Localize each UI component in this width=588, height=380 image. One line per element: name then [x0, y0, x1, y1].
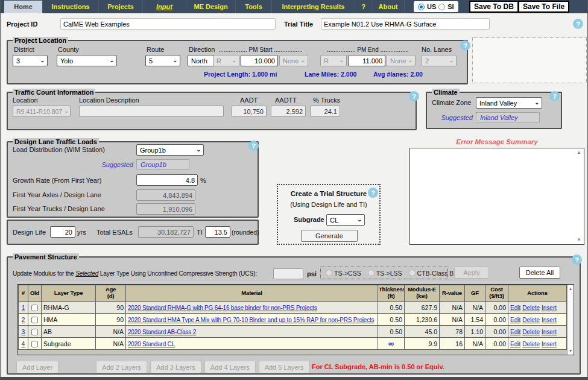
layer-number-link[interactable]: 3	[22, 328, 25, 335]
wim-label: Load Distribution (WIM Station)	[13, 146, 105, 153]
chevron-down-icon: ⌄	[109, 58, 114, 63]
insert-link[interactable]: Insert	[542, 341, 557, 347]
material-link[interactable]: 2020 Standard HMA Type A Mix with PG 70-…	[128, 317, 374, 323]
design-life-input[interactable]	[50, 226, 75, 238]
delete-link[interactable]: Delete	[522, 329, 540, 335]
pavement-help-icon[interactable]: ?	[572, 255, 582, 265]
scroll-up-icon[interactable]: ▲	[569, 287, 573, 291]
delete-link[interactable]: Delete	[522, 305, 540, 311]
error-summary-box[interactable]: ▲ ▼	[409, 148, 584, 245]
material-cell: 2020 Standard AB-Class 2	[126, 326, 378, 338]
thickness-cell: 0.50	[378, 326, 405, 338]
trial-structure-title: Create a Trial Structure	[278, 190, 379, 197]
subgrade-select[interactable]: CL⌄	[326, 214, 365, 226]
tab-interpreting-results[interactable]: Interpreting Results	[272, 0, 355, 13]
radio-ctb-class-b[interactable]	[409, 270, 416, 276]
delete-link[interactable]: Delete	[522, 341, 540, 347]
generate-button[interactable]: Generate	[301, 230, 358, 242]
aadt-input	[232, 106, 267, 117]
route-select[interactable]: 5⌄	[145, 55, 180, 66]
old-cell	[28, 314, 42, 326]
climate-zone-select[interactable]: Inland Valley⌄	[476, 97, 542, 109]
scroll-down-icon[interactable]: ▼	[569, 349, 573, 353]
delete-link[interactable]: Delete	[522, 317, 540, 323]
scroll-up-icon[interactable]: ▲	[577, 150, 581, 155]
insert-link[interactable]: Insert	[542, 329, 557, 335]
thickness-cell: 0.50	[378, 302, 405, 314]
age-cell: N/A	[96, 338, 126, 350]
old-checkbox[interactable]	[31, 317, 38, 323]
county-select[interactable]: Yolo⌄	[57, 55, 117, 66]
wim-suggested-label: Suggested	[68, 161, 133, 168]
location-description-input[interactable]	[79, 106, 224, 117]
tab-about[interactable]: About	[372, 0, 405, 13]
window-bottom-border	[1, 377, 587, 380]
tab-me-design[interactable]: ME Design	[186, 0, 236, 13]
climate-help-icon[interactable]: ?	[549, 91, 560, 101]
modulus-cell: 9.9	[405, 338, 440, 350]
chevron-down-icon: ⌄	[408, 58, 413, 63]
layer-number-link[interactable]: 1	[22, 304, 25, 311]
traffic-count-help-icon[interactable]: ?	[409, 91, 419, 101]
us-radio[interactable]	[418, 4, 425, 10]
thickness-cell: 0.50	[378, 314, 405, 326]
wim-select[interactable]: Group1b⌄	[136, 144, 204, 156]
tab-input[interactable]: Input	[143, 0, 186, 13]
si-radio[interactable]	[438, 4, 445, 10]
layer-number-link[interactable]: 2	[22, 316, 25, 323]
tab-tools[interactable]: Tools	[236, 0, 272, 13]
delete-all-button[interactable]: Delete All	[519, 267, 560, 279]
project-id-input[interactable]	[60, 18, 276, 30]
design-loads-help-icon[interactable]: ?	[248, 141, 259, 151]
layer-number-link[interactable]: 4	[22, 340, 25, 347]
radio-ts-css[interactable]	[326, 270, 332, 276]
thickness-cell: ∞	[378, 338, 405, 350]
tab-home[interactable]: Home	[4, 1, 43, 13]
district-select[interactable]: 3⌄	[13, 55, 48, 66]
insert-link[interactable]: Insert	[542, 317, 557, 323]
ucs-input[interactable]	[273, 268, 303, 279]
page-help-icon[interactable]: ?	[573, 19, 583, 29]
lane-miles-stat: Lane Miles: 2.000	[305, 71, 356, 78]
district-label: District	[14, 46, 34, 53]
edit-link[interactable]: Edit	[510, 317, 520, 323]
tab-help[interactable]: ?	[355, 0, 372, 13]
pm-start-input[interactable]	[241, 55, 278, 66]
trial-title-input[interactable]	[321, 18, 490, 30]
subgrade-label: Subgrade	[294, 216, 324, 223]
save-to-db-button[interactable]: Save To DB	[469, 1, 519, 13]
project-location-help-icon[interactable]: ?	[460, 40, 470, 51]
tab-projects[interactable]: Projects	[99, 0, 143, 13]
age-cell: 90	[96, 314, 126, 326]
old-checkbox[interactable]	[31, 341, 38, 347]
layer-table-container: #OldLayer TypeAge(d)MaterialThickness(ft…	[17, 284, 574, 355]
edit-link[interactable]: Edit	[510, 305, 520, 311]
column-header-age: Age(d)	[96, 285, 126, 302]
material-link[interactable]: 2020 Standard CL	[128, 341, 175, 347]
table-scrollbar[interactable]: ▲ ▼	[567, 285, 574, 355]
trial-structure-help-icon[interactable]: ?	[368, 188, 378, 198]
design-life-section: Design Life yrs Total ESALs TI (rounded)	[7, 220, 259, 245]
edit-link[interactable]: Edit	[510, 341, 520, 347]
ucs-unit-label: psi	[307, 270, 317, 277]
scroll-down-icon[interactable]: ▼	[577, 238, 581, 242]
old-checkbox[interactable]	[31, 305, 38, 311]
growth-rate-input[interactable]	[136, 174, 198, 186]
design-life-label: Design Life	[13, 229, 46, 236]
pm-end-input[interactable]	[348, 55, 385, 66]
material-link[interactable]: 2020 Standard AB-Class 2	[128, 329, 196, 335]
tab-instructions[interactable]: Instructions	[43, 0, 99, 13]
aadt-label: AADT	[240, 97, 258, 104]
gf-cell: N/A	[465, 338, 485, 350]
material-cell: 2020 Standard HMA Type A Mix with PG 70-…	[126, 314, 378, 326]
insert-link[interactable]: Insert	[542, 305, 557, 311]
edit-link[interactable]: Edit	[510, 329, 520, 335]
pm-end-suffix-select: None⌄	[387, 55, 416, 66]
total-esals-label: Total ESALs	[96, 229, 133, 236]
radio-ts-lss[interactable]	[368, 270, 375, 276]
save-to-file-button[interactable]: Save To File	[518, 1, 569, 13]
material-link[interactable]: 2020 Standard RHMA-G with PG 64-16 base …	[128, 305, 317, 311]
ti-input[interactable]	[205, 226, 230, 238]
climate-legend: Climate	[432, 89, 460, 96]
old-checkbox[interactable]	[31, 329, 38, 335]
